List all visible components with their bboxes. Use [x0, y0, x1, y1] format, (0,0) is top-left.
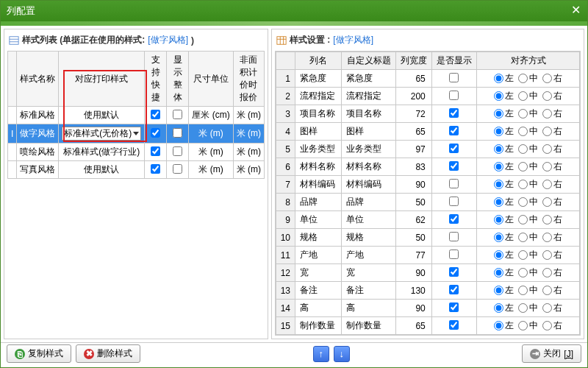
- show-checkbox[interactable]: [449, 126, 459, 135]
- show-checkbox[interactable]: [449, 214, 459, 224]
- custom-title-cell[interactable]: 品牌: [342, 194, 396, 211]
- unit-cell[interactable]: 米 (m): [189, 144, 233, 161]
- width-cell[interactable]: 62: [396, 211, 431, 229]
- show-checkbox[interactable]: [449, 232, 459, 241]
- custom-title-cell[interactable]: 业务类型: [342, 141, 396, 158]
- custom-title-cell[interactable]: 产地: [342, 247, 396, 264]
- column-row[interactable]: 13 备注 备注 130 左 中 右: [276, 282, 580, 300]
- custom-title-cell[interactable]: 材料名称: [342, 158, 396, 176]
- width-cell[interactable]: 65: [396, 317, 431, 335]
- width-cell[interactable]: 72: [396, 105, 431, 123]
- style-row[interactable]: 标准风格 使用默认 厘米 (cm) 米 (m): [8, 107, 265, 124]
- show-checkbox[interactable]: [449, 108, 459, 118]
- close-icon[interactable]: ✕: [568, 4, 583, 18]
- column-row[interactable]: 11 产地 产地 77 左 中 右: [276, 247, 580, 264]
- delete-style-button[interactable]: ✖删除样式: [76, 344, 140, 363]
- width-cell[interactable]: 77: [396, 247, 431, 264]
- align-radio-group[interactable]: 左 中 右: [480, 160, 576, 173]
- align-radio-group[interactable]: 左 中 右: [480, 284, 576, 297]
- copy-style-button[interactable]: ⎘复制样式: [7, 344, 71, 363]
- align-radio-group[interactable]: 左 中 右: [480, 319, 576, 332]
- unit-cell[interactable]: 厘米 (cm): [189, 107, 233, 124]
- custom-title-cell[interactable]: 规格: [342, 229, 396, 247]
- show-checkbox[interactable]: [449, 144, 459, 153]
- whole-checkbox[interactable]: [173, 110, 182, 119]
- show-checkbox[interactable]: [449, 302, 459, 312]
- custom-title-cell[interactable]: 单价: [342, 335, 396, 336]
- align-radio-group[interactable]: 左 中 右: [480, 125, 576, 138]
- width-cell[interactable]: 200: [396, 88, 431, 105]
- width-cell[interactable]: 65: [396, 123, 431, 141]
- width-cell[interactable]: 97: [396, 141, 431, 158]
- show-checkbox[interactable]: [449, 179, 459, 188]
- column-row[interactable]: 10 规格 规格 50 左 中 右: [276, 229, 580, 247]
- print-style-cell[interactable]: 标准样式(无价格): [59, 124, 145, 144]
- fast-checkbox[interactable]: [151, 146, 160, 156]
- align-radio-group[interactable]: 左 中 右: [480, 143, 576, 155]
- align-radio-group[interactable]: 左 中 右: [480, 72, 576, 85]
- column-row[interactable]: 6 材料名称 材料名称 83 左 中 右: [276, 158, 580, 176]
- unit-cell[interactable]: 米 (m): [189, 124, 233, 144]
- fast-checkbox[interactable]: [151, 110, 160, 119]
- custom-title-cell[interactable]: 备注: [342, 282, 396, 300]
- align-radio-group[interactable]: 左 中 右: [480, 107, 576, 120]
- column-row[interactable]: 12 宽 宽 90 左 中 右: [276, 264, 580, 282]
- width-cell[interactable]: 90: [396, 176, 431, 194]
- unit-cell[interactable]: 米 (m): [189, 161, 233, 179]
- print-style-cell[interactable]: 标准样式(做字行业): [59, 144, 145, 161]
- price-cell[interactable]: 米 (m): [233, 161, 264, 179]
- column-row[interactable]: 8 品牌 品牌 50 左 中 右: [276, 194, 580, 211]
- custom-title-cell[interactable]: 图样: [342, 123, 396, 141]
- width-cell[interactable]: 83: [396, 158, 431, 176]
- column-row[interactable]: 2 流程指定 流程指定 200 左 中 右: [276, 88, 580, 105]
- column-row[interactable]: 14 高 高 90 左 中 右: [276, 300, 580, 317]
- whole-checkbox[interactable]: [173, 164, 182, 174]
- width-cell[interactable]: 90: [396, 300, 431, 317]
- column-row[interactable]: 15 制作数量 制作数量 65 左 中 右: [276, 317, 580, 335]
- custom-title-cell[interactable]: 制作数量: [342, 317, 396, 335]
- align-radio-group[interactable]: 左 中 右: [480, 178, 576, 191]
- show-checkbox[interactable]: [449, 267, 459, 277]
- align-radio-group[interactable]: 左 中 右: [480, 90, 576, 102]
- custom-title-cell[interactable]: 宽: [342, 264, 396, 282]
- align-radio-group[interactable]: 左 中 右: [480, 231, 576, 244]
- column-row[interactable]: 1 紧急度 紧急度 65 左 中 右: [276, 70, 580, 88]
- column-row[interactable]: 16 单价 单价 60 左 中 右: [276, 335, 580, 336]
- width-cell[interactable]: 50: [396, 229, 431, 247]
- print-style-dropdown[interactable]: 标准样式(无价格): [62, 127, 141, 141]
- align-radio-group[interactable]: 左 中 右: [480, 266, 576, 279]
- custom-title-cell[interactable]: 高: [342, 300, 396, 317]
- fast-checkbox[interactable]: [151, 164, 160, 174]
- column-row[interactable]: 4 图样 图样 65 左 中 右: [276, 123, 580, 141]
- width-cell[interactable]: 130: [396, 282, 431, 300]
- whole-checkbox[interactable]: [173, 146, 182, 156]
- column-row[interactable]: 3 项目名称 项目名称 72 左 中 右: [276, 105, 580, 123]
- show-checkbox[interactable]: [449, 91, 459, 100]
- show-checkbox[interactable]: [449, 73, 459, 82]
- align-radio-group[interactable]: 左 中 右: [480, 196, 576, 208]
- show-checkbox[interactable]: [449, 320, 459, 330]
- move-up-button[interactable]: ↑: [313, 346, 329, 362]
- align-radio-group[interactable]: 左 中 右: [480, 302, 576, 314]
- column-row[interactable]: 5 业务类型 业务类型 97 左 中 右: [276, 141, 580, 158]
- print-style-cell[interactable]: 使用默认: [59, 107, 145, 124]
- column-row[interactable]: 7 材料编码 材料编码 90 左 中 右: [276, 176, 580, 194]
- close-button[interactable]: ⇥关闭[J]: [522, 344, 581, 363]
- price-cell[interactable]: 米 (m): [233, 144, 264, 161]
- price-cell[interactable]: 米 (m): [233, 107, 264, 124]
- column-row[interactable]: 9 单位 单位 62 左 中 右: [276, 211, 580, 229]
- fast-checkbox[interactable]: [151, 128, 160, 138]
- price-cell[interactable]: 米 (m): [233, 124, 264, 144]
- style-row[interactable]: 喷绘风格 标准样式(做字行业) 米 (m) 米 (m): [8, 144, 265, 161]
- align-radio-group[interactable]: 左 中 右: [480, 249, 576, 261]
- show-checkbox[interactable]: [449, 161, 459, 171]
- show-checkbox[interactable]: [449, 285, 459, 294]
- style-row[interactable]: 写真风格 使用默认 米 (m) 米 (m): [8, 161, 265, 179]
- custom-title-cell[interactable]: 项目名称: [342, 105, 396, 123]
- width-cell[interactable]: 60: [396, 335, 431, 336]
- width-cell[interactable]: 65: [396, 70, 431, 88]
- show-checkbox[interactable]: [449, 250, 459, 259]
- print-style-cell[interactable]: 使用默认: [59, 161, 145, 179]
- whole-checkbox[interactable]: [173, 128, 182, 138]
- custom-title-cell[interactable]: 紧急度: [342, 70, 396, 88]
